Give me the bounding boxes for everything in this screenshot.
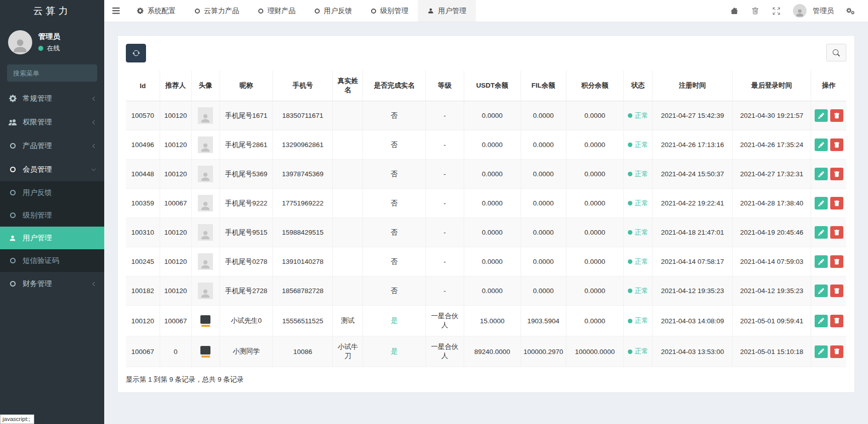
hamburger-icon [112,8,120,14]
search-icon [833,49,840,56]
table-row: 100245100120手机尾号027813910140278否-0.00000… [126,247,846,276]
users-icon [8,118,17,126]
cell-status: 正常 [624,336,653,367]
cell-phone: 17751969222 [273,189,333,218]
table-search-button[interactable] [826,44,846,61]
delete-button[interactable] [830,197,843,209]
cell-fil: 0.0000 [521,130,566,160]
status-dot-icon [628,201,632,205]
circle-icon [8,167,17,172]
user-status: 在线 [38,44,60,53]
table-row: 100182100120手机尾号272818568782728否-0.00000… [126,276,846,306]
sidebar-item-finance[interactable]: 财务管理 [0,272,104,296]
tab-label: 系统配置 [148,7,176,16]
cell-level: - [425,218,464,247]
sidebar-submenu: 用户反馈 级别管理 用户管理 短信验证码 [0,181,104,272]
sidebar-search [7,64,97,82]
status-dot-icon [628,143,632,147]
sidebar-item-general[interactable]: 常规管理 [0,87,104,110]
search-input[interactable] [7,64,97,82]
cell-actions [811,276,846,306]
tab-user-management[interactable]: 用户管理 [418,0,476,22]
delete-button[interactable] [830,226,843,239]
cell-points: 0.0000 [566,218,623,247]
chevron-left-icon [91,281,96,287]
delete-button[interactable] [830,109,843,122]
cell-id: 100067 [126,336,160,367]
cell-verified: 是 [363,306,425,336]
cell-fil: 0.0000 [521,276,566,306]
table-toolbar [126,44,846,62]
settings-button[interactable] [841,0,860,22]
cell-level: - [425,247,464,276]
avatar-placeholder [198,282,213,299]
clear-cache-button[interactable] [746,0,765,22]
cell-level: - [425,189,464,218]
cell-id: 100310 [126,218,160,247]
tab-finance-products[interactable]: 理财产品 [249,0,305,22]
cell-actions [811,306,846,336]
tab-system-config[interactable]: 系统配置 [127,0,185,22]
cell-fil: 100000.2970 [521,336,566,367]
cell-nickname: 手机尾号1671 [220,101,273,130]
trash-icon [752,8,759,15]
cell-last-login: 2021-05-01 15:10:18 [733,336,811,367]
edit-button[interactable] [815,138,828,151]
tab-level-management[interactable]: 级别管理 [361,0,418,22]
cell-phone: 13978745369 [273,160,333,189]
app-logo[interactable]: 云算力 [0,0,104,22]
status-label: 正常 [635,228,648,237]
delete-button[interactable] [830,315,843,327]
delete-button[interactable] [830,168,843,180]
cell-avatar [191,247,220,276]
refresh-icon [132,49,140,57]
cell-fil: 0.0000 [521,189,566,218]
col-usdt: USDT余额 [464,70,521,101]
cogs-icon [846,8,854,15]
sidebar-item-sms-code[interactable]: 短信验证码 [0,249,104,272]
edit-button[interactable] [815,285,828,297]
sidebar-item-level-management[interactable]: 级别管理 [0,204,104,227]
trash-icon [834,288,840,294]
cell-phone: 10086 [273,336,333,367]
delete-button[interactable] [830,345,843,358]
edit-button[interactable] [815,255,828,268]
cell-verified: 否 [363,218,425,247]
tab-cloud-products[interactable]: 云算力产品 [185,0,249,22]
sidebar-item-permissions[interactable]: 权限管理 [0,110,104,134]
navbar-user-label[interactable]: 管理员 [809,7,839,16]
fullscreen-button[interactable] [767,0,786,22]
edit-button[interactable] [815,345,828,358]
home-button[interactable] [725,0,744,22]
edit-button[interactable] [815,109,828,122]
cell-nickname: 手机尾号9515 [220,218,273,247]
cell-referrer: 100120 [160,276,191,306]
pencil-icon [818,171,824,177]
cell-fil: 0.0000 [521,160,566,189]
circle-icon [315,9,320,14]
sidebar-toggle-button[interactable] [104,0,127,22]
sidebar-item-products[interactable]: 产品管理 [0,134,104,158]
col-points: 积分余额 [566,70,623,101]
refresh-button[interactable] [126,44,146,62]
avatar[interactable] [793,4,807,18]
trash-icon [834,259,840,265]
sidebar-item-user-management[interactable]: 用户管理 [0,227,104,249]
tab-user-feedback[interactable]: 用户反馈 [305,0,361,22]
cell-id: 100120 [126,306,160,336]
edit-button[interactable] [815,197,828,209]
delete-button[interactable] [830,285,843,297]
edit-button[interactable] [815,226,828,239]
sidebar-item-members[interactable]: 会员管理 [0,158,104,181]
circle-icon [195,9,200,14]
edit-button[interactable] [815,315,828,327]
edit-button[interactable] [815,168,828,180]
delete-button[interactable] [830,255,843,268]
avatar-placeholder [198,224,213,241]
table-summary: 显示第 1 到第 9 条记录，总共 9 条记录 [126,375,846,384]
cell-nickname: 小测同学 [220,336,273,367]
user-status-label: 在线 [47,44,60,53]
sidebar-item-user-feedback[interactable]: 用户反馈 [0,181,104,204]
delete-button[interactable] [830,138,843,151]
cell-last-login: 2021-04-14 07:59:03 [733,247,811,276]
